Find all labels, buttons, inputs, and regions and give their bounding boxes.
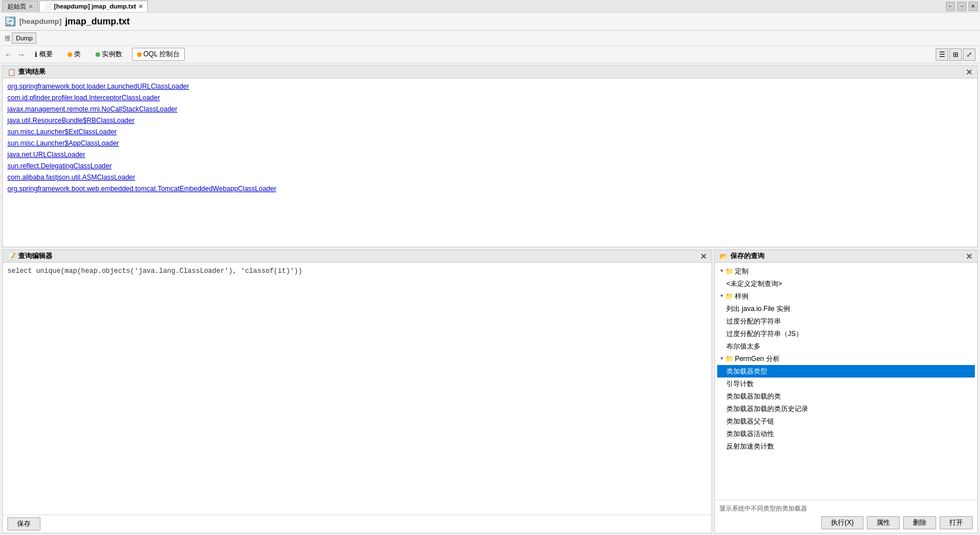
back-button[interactable]: ← [5, 50, 13, 59]
query-text: select unique(map(heap.objects('java.lan… [7, 267, 302, 275]
tree-content: 📁 定制 <未定义定制查询> 📁 样例 列出 java.io.File 实例 过… [715, 263, 977, 500]
editor-close-button[interactable]: ✕ [700, 252, 707, 261]
saved-queries-close-button[interactable]: ✕ [966, 252, 973, 261]
result-item-6[interactable]: java.net.URLClassLoader [7, 149, 973, 160]
editor-panel-title: 📝 查询编辑器 [7, 251, 52, 261]
results-panel-title: 📋 查询结果 [7, 67, 46, 77]
tree-item-classloader-history[interactable]: 类加载器加载的类历史记录 [717, 403, 975, 415]
saved-queries-icon: 📂 [720, 252, 728, 260]
properties-button[interactable]: 属性 [867, 516, 900, 529]
tab-oql-label: OQL 控制台 [143, 49, 180, 59]
tab-heapdump-icon: 📄 [44, 3, 52, 10]
footer-buttons: 执行(X) 属性 删除 打开 [720, 516, 973, 529]
result-item-1[interactable]: com.id.pfinder.profiler.load.Interceptor… [7, 92, 973, 103]
oql-dot-icon [137, 52, 142, 57]
minimize-button[interactable]: ← [946, 2, 955, 11]
results-icon: 📋 [7, 68, 16, 76]
toolbar: 推 Dump [0, 31, 980, 46]
tab-oql[interactable]: OQL 控制台 [132, 48, 185, 61]
toolbar-heap-label: 推 [5, 34, 11, 43]
tree-folder-samples[interactable]: 📁 样例 [717, 290, 975, 302]
tab-start-label: 起始页 [7, 2, 26, 11]
tree-item-bool-overflow[interactable]: 布尔值太多 [717, 340, 975, 352]
editor-panel-header: 📝 查询编辑器 ✕ [3, 250, 712, 263]
detail-view-button[interactable]: ⊞ [949, 48, 962, 61]
results-close-button[interactable]: ✕ [966, 68, 973, 77]
tree-folder-permgen[interactable]: 📁 PermGen 分析 [717, 352, 975, 365]
custom-folder-icon: 📁 [725, 266, 734, 276]
tree-folder-custom[interactable]: 📁 定制 [717, 265, 975, 277]
query-editor-content[interactable]: select unique(map(heap.objects('java.lan… [3, 263, 712, 515]
tree-item-string-overflow-js[interactable]: 过度分配的字符串（JS） [717, 327, 975, 340]
result-item-0[interactable]: org.springframework.boot.loader.Launched… [7, 81, 973, 92]
bottom-panels: 📝 查询编辑器 ✕ select unique(map(heap.objects… [2, 250, 978, 533]
main-header: 🔄 [heapdump] jmap_dump.txt [0, 13, 980, 31]
expand-view-button[interactable]: ⤢ [963, 48, 975, 61]
nav-bar: ← → ℹ 概要 类 实例数 OQL 控制台 ☰ ⊞ ⤢ [0, 46, 980, 63]
result-item-3[interactable]: java.util.ResourceBundle$RBClassLoader [7, 115, 973, 126]
tab-overview[interactable]: ℹ 概要 [30, 48, 58, 61]
saved-queries-title: 📂 保存的查询 [720, 251, 764, 261]
classes-dot-icon [68, 52, 72, 57]
tab-classes-label: 类 [74, 49, 81, 59]
info-icon: ℹ [35, 51, 38, 59]
save-button[interactable]: 保存 [7, 517, 40, 530]
instances-dot-icon [96, 52, 100, 57]
tree-item-reflection-count[interactable]: 反射加速类计数 [717, 440, 975, 453]
result-item-4[interactable]: sun.misc.Launcher$ExtClassLoader [7, 126, 973, 138]
results-panel-header: 📋 查询结果 ✕ [3, 66, 977, 78]
result-item-5[interactable]: sun.misc.Launcher$AppClassLoader [7, 138, 973, 149]
window-controls: ← → ✕ [946, 2, 978, 11]
tree-item-file-instances[interactable]: 列出 java.io.File 实例 [717, 302, 975, 315]
tree-item-classloader-classes[interactable]: 类加载器加载的类 [717, 390, 975, 403]
result-item-7[interactable]: sun.reflect.DelegatingClassLoader [7, 160, 973, 172]
file-name: jmap_dump.txt [65, 16, 130, 27]
query-editor-panel: 📝 查询编辑器 ✕ select unique(map(heap.objects… [2, 250, 712, 533]
tab-start-close[interactable]: ✕ [28, 3, 33, 10]
open-button[interactable]: 打开 [940, 516, 973, 529]
file-icon: 🔄 [5, 16, 16, 27]
saved-queries-header: 📂 保存的查询 ✕ [715, 250, 977, 263]
results-panel: 📋 查询结果 ✕ org.springframework.boot.loader… [2, 65, 978, 247]
tab-start[interactable]: 起始页 ✕ [2, 1, 38, 12]
execute-button[interactable]: 执行(X) [821, 516, 863, 529]
tab-overview-label: 概要 [39, 49, 53, 59]
editor-icon: 📝 [7, 252, 16, 260]
tab-heapdump[interactable]: 📄 [heapdump] jmap_dump.txt ✕ [39, 1, 148, 12]
results-content: org.springframework.boot.loader.Launched… [3, 78, 977, 247]
tab-instances-label: 实例数 [102, 49, 122, 59]
close-button[interactable]: ✕ [969, 2, 978, 11]
tree-item-undefined-query[interactable]: <未定义定制查询> [717, 277, 975, 290]
tab-classes[interactable]: 类 [63, 48, 86, 61]
editor-footer: 保存 [3, 515, 712, 533]
tab-instances[interactable]: 实例数 [90, 48, 127, 61]
main-content: 📋 查询结果 ✕ org.springframework.boot.loader… [0, 63, 980, 535]
title-bar: 起始页 ✕ 📄 [heapdump] jmap_dump.txt ✕ ← → ✕ [0, 0, 980, 13]
tree-item-classloader-types[interactable]: 类加载器类型 [717, 365, 975, 378]
footer-description: 显示系统中不同类型的类加载器 [720, 504, 973, 513]
maximize-button[interactable]: → [957, 2, 966, 11]
permgen-chevron-icon [720, 354, 724, 364]
result-item-2[interactable]: javax.management.remote.rmi.NoCallStackC… [7, 103, 973, 115]
samples-folder-icon: 📁 [725, 291, 734, 301]
saved-queries-panel: 📂 保存的查询 ✕ 📁 定制 <未定义定制查询> 📁 [714, 250, 978, 533]
dump-button[interactable]: Dump [12, 32, 36, 44]
forward-button[interactable]: → [17, 50, 25, 59]
saved-queries-footer: 显示系统中不同类型的类加载器 执行(X) 属性 删除 打开 [715, 500, 977, 533]
file-prefix: [heapdump] [19, 17, 61, 26]
permgen-folder-icon: 📁 [725, 354, 734, 364]
tab-heapdump-label: [heapdump] jmap_dump.txt [54, 3, 136, 10]
custom-chevron-icon [720, 266, 724, 276]
tree-item-classloader-activity[interactable]: 类加载器活动性 [717, 428, 975, 440]
view-buttons: ☰ ⊞ ⤢ [936, 48, 975, 61]
tab-heapdump-close[interactable]: ✕ [138, 3, 143, 10]
tree-item-string-overflow[interactable]: 过度分配的字符串 [717, 315, 975, 327]
list-view-button[interactable]: ☰ [936, 48, 948, 61]
result-item-8[interactable]: com.alibaba.fastjson.util.ASMClassLoader [7, 172, 973, 183]
tree-item-bootstrap-count[interactable]: 引导计数 [717, 378, 975, 390]
delete-button[interactable]: 删除 [903, 516, 936, 529]
samples-chevron-icon [720, 291, 724, 301]
tree-item-classloader-children[interactable]: 类加载器父子链 [717, 415, 975, 428]
result-item-9[interactable]: org.springframework.boot.web.embedded.to… [7, 183, 973, 194]
